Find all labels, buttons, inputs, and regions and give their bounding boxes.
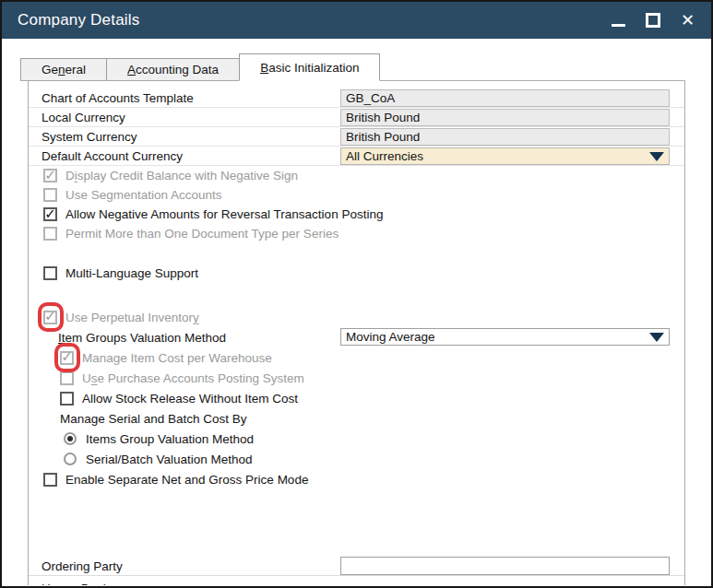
permit-more-label: Permit More than One Document Type per S…	[65, 227, 339, 241]
use-perpetual-highlight-wrap: ✓	[43, 311, 57, 324]
window-controls: ✕	[612, 12, 695, 29]
close-icon[interactable]: ✕	[681, 12, 695, 29]
manage-item-cost-highlight-wrap: ✓	[60, 351, 74, 365]
system-currency-label: System Currency	[29, 130, 137, 144]
chart-of-accounts-template-field: GB_CoA	[340, 89, 670, 107]
local-currency-field: British Pound	[340, 109, 670, 126]
checkmark-icon: ✓	[44, 309, 56, 323]
basic-initialization-panel: Chart of Accounts Template GB_CoA Local …	[28, 80, 685, 585]
checkmark-icon: ✓	[44, 168, 56, 182]
ordering-party-input[interactable]	[340, 557, 670, 575]
radio-row-items-group: Items Group Valuation Method	[29, 429, 684, 449]
manage-item-cost-checkbox: ✓	[60, 351, 74, 365]
multi-language-checkbox[interactable]	[43, 266, 57, 280]
tab-strip: General Accounting Data Basic Initializa…	[15, 53, 698, 81]
tab-general[interactable]: General	[20, 58, 107, 81]
field-row-system-currency: System Currency British Pound	[29, 127, 684, 147]
checkbox-row-display-credit: ✓ Display Credit Balance with Negative S…	[29, 166, 684, 185]
allow-negative-label: Allow Negative Amounts for Reversal Tran…	[65, 207, 383, 221]
tab-general-label: General	[42, 63, 86, 76]
field-row-ordering-party: Ordering Party	[29, 557, 684, 576]
use-segmentation-checkbox	[43, 188, 57, 202]
checkbox-row-permit-more: Permit More than One Document Type per S…	[29, 224, 684, 243]
ordering-party-label: Ordering Party	[29, 559, 123, 573]
minimize-icon[interactable]	[612, 24, 625, 27]
serial-batch-radio-label: Serial/Batch Valuation Method	[86, 453, 253, 466]
field-row-chart-of-accounts: Chart of Accounts Template GB_CoA	[29, 88, 684, 108]
items-group-radio-label: Items Group Valuation Method	[86, 432, 254, 446]
items-group-radio[interactable]	[64, 432, 77, 445]
checkmark-icon: ✓	[44, 206, 56, 220]
titlebar: Company Details ✕	[2, 2, 711, 39]
manage-item-cost-label: Manage Item Cost per Warehouse	[82, 351, 272, 365]
maximize-icon[interactable]	[646, 13, 660, 28]
field-row-item-groups-valuation: Item Groups Valuation Method Moving Aver…	[29, 327, 684, 347]
default-account-currency-dropdown[interactable]: All Currencies	[340, 147, 670, 165]
local-currency-label: Local Currency	[29, 111, 125, 124]
item-groups-valuation-label: Item Groups Valuation Method	[29, 331, 226, 345]
checkbox-row-use-purchase: Use Purchase Accounts Posting System	[29, 368, 684, 388]
spacer	[29, 243, 684, 264]
tab-accounting-data-label: Accounting Data	[127, 63, 219, 76]
window-title: Company Details	[18, 11, 139, 29]
default-account-currency-value: All Currencies	[346, 149, 423, 163]
use-segmentation-label: Use Segmentation Accounts	[65, 188, 222, 202]
field-row-house-bank: House Bank	[29, 579, 684, 585]
permit-more-checkbox	[43, 227, 57, 241]
checkbox-row-allow-stock: Allow Stock Release Without Item Cost	[29, 388, 684, 408]
manage-serial-label: Manage Serial and Batch Cost By	[29, 412, 247, 426]
enable-separate-checkbox[interactable]	[43, 473, 57, 487]
radio-row-serial-batch: Serial/Batch Valuation Method	[29, 449, 684, 469]
field-row-local-currency: Local Currency British Pound	[29, 108, 684, 127]
house-bank-label: House Bank	[29, 582, 110, 585]
use-purchase-checkbox	[60, 371, 74, 385]
display-credit-label: Display Credit Balance with Negative Sig…	[65, 169, 298, 182]
use-purchase-label: Use Purchase Accounts Posting System	[82, 371, 304, 385]
manage-serial-row: Manage Serial and Batch Cost By	[29, 408, 684, 429]
radio-dot	[67, 456, 73, 462]
default-account-currency-label: Default Account Currency	[29, 149, 183, 163]
allow-negative-checkbox[interactable]: ✓	[43, 207, 57, 221]
serial-batch-radio[interactable]	[64, 453, 77, 465]
display-credit-checkbox: ✓	[43, 169, 57, 182]
multi-language-label: Multi-Language Support	[65, 266, 198, 280]
checkbox-row-use-segmentation: Use Segmentation Accounts	[29, 185, 684, 205]
system-currency-field: British Pound	[340, 128, 670, 146]
checkbox-row-allow-negative: ✓ Allow Negative Amounts for Reversal Tr…	[29, 205, 684, 224]
checkbox-row-use-perpetual: ✓ Use Perpetual Inventory	[29, 307, 684, 327]
tab-accounting-data[interactable]: Accounting Data	[106, 58, 240, 81]
enable-separate-label: Enable Separate Net and Gross Price Mode	[65, 473, 308, 487]
company-details-window: Company Details ✕ General Accounting Dat…	[0, 0, 713, 588]
dropdown-arrow-icon[interactable]	[649, 333, 664, 342]
spacer	[29, 489, 684, 557]
use-perpetual-checkbox: ✓	[43, 311, 57, 324]
dropdown-arrow-icon[interactable]	[649, 152, 664, 161]
radio-dot	[67, 436, 73, 441]
checkbox-row-multi-language: Multi-Language Support	[29, 264, 684, 283]
checkmark-icon: ✓	[61, 349, 73, 363]
allow-stock-checkbox[interactable]	[60, 392, 74, 406]
tab-area: General Accounting Data Basic Initializa…	[2, 39, 711, 585]
field-row-default-account-currency: Default Account Currency All Currencies	[29, 147, 684, 166]
chart-of-accounts-template-label: Chart of Accounts Template	[29, 91, 194, 105]
allow-stock-label: Allow Stock Release Without Item Cost	[82, 392, 298, 406]
checkbox-row-enable-separate: Enable Separate Net and Gross Price Mode	[29, 469, 684, 489]
item-groups-valuation-dropdown[interactable]: Moving Average	[340, 328, 670, 346]
item-groups-valuation-value: Moving Average	[346, 330, 435, 344]
use-perpetual-label: Use Perpetual Inventory	[65, 311, 199, 324]
tab-basic-initialization-label: Basic Initialization	[260, 61, 359, 75]
checkbox-row-manage-item-cost: ✓ Manage Item Cost per Warehouse	[29, 347, 684, 368]
spacer	[29, 283, 684, 307]
tab-basic-initialization[interactable]: Basic Initialization	[239, 53, 380, 81]
